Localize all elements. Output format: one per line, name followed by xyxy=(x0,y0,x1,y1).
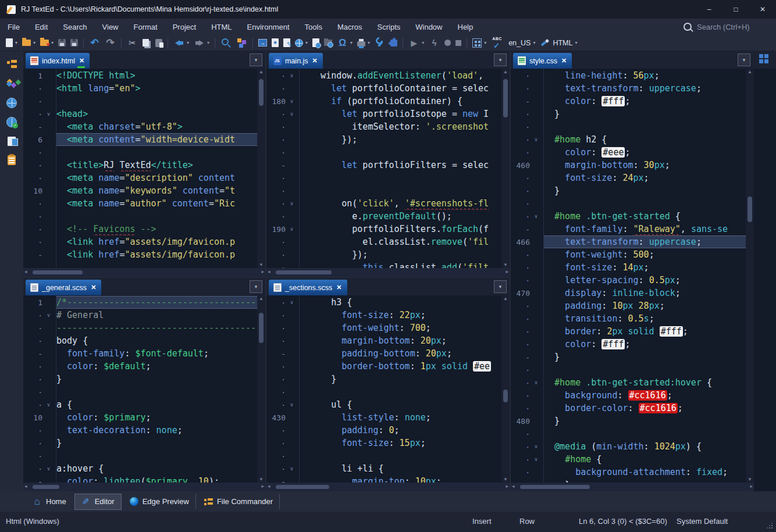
scroll-left-icon[interactable]: ◂ xyxy=(24,269,27,274)
menu-scripts[interactable]: Scripts xyxy=(370,20,408,34)
code-line[interactable]: itemSelector: '.screenshot xyxy=(300,120,510,133)
cut-button[interactable] xyxy=(125,36,140,50)
editor-general-scss[interactable]: 1·∨··-····∨10····∨- /*------------------… xyxy=(23,295,265,483)
syntax-select[interactable]: HTML▾ xyxy=(538,36,579,50)
code-line[interactable]: <meta charset="utf-8"> xyxy=(56,120,265,133)
code-line[interactable]: e.preventDefault(); xyxy=(300,210,510,223)
dropdown-caret-icon[interactable]: ▾ xyxy=(15,40,17,45)
search-button[interactable] xyxy=(219,36,233,50)
status-encoding[interactable]: System Default xyxy=(677,517,728,526)
code-line[interactable]: letter-spacing: 0.5px; xyxy=(544,274,754,287)
bottom-tab-home[interactable]: Home xyxy=(26,494,73,510)
navigate-forward-button[interactable]: ▾ xyxy=(192,36,211,50)
scrollbar-thumb[interactable] xyxy=(276,270,332,274)
language-select[interactable]: en_US▾ xyxy=(507,36,537,50)
code-line[interactable] xyxy=(56,210,265,223)
dropdown-caret-icon[interactable]: ▾ xyxy=(350,40,353,45)
menu-window[interactable]: Window xyxy=(408,20,450,34)
code-line[interactable]: font-size: 24px; xyxy=(544,172,754,184)
scroll-down-icon[interactable]: ▼ xyxy=(501,477,510,482)
code-line[interactable]: } xyxy=(56,373,265,385)
menu-search[interactable]: Search xyxy=(55,20,94,34)
scroll-left-icon[interactable]: ◂ xyxy=(268,483,270,489)
fold-arrow-icon[interactable]: ∨ xyxy=(530,137,542,142)
editor-sections-scss[interactable]: ·∨···-····∨430····∨- h3 { font-size: 22p… xyxy=(266,295,510,483)
paste-button[interactable] xyxy=(154,36,164,50)
code-line[interactable]: el.classList.remove('fil xyxy=(300,235,510,248)
code-line[interactable]: font-size: 22px; xyxy=(300,309,510,322)
fold-arrow-icon[interactable]: ∨ xyxy=(42,111,55,117)
code-line[interactable]: } xyxy=(544,479,754,483)
scroll-up-icon[interactable]: ▲ xyxy=(257,69,265,74)
bottom-tab-edge-preview[interactable]: Edge Preview xyxy=(123,494,196,509)
code-line[interactable]: display: inline-block; xyxy=(544,287,754,299)
code-line[interactable]: on('click', '#screenshots-fl xyxy=(300,197,510,210)
scrollbar-thumb[interactable] xyxy=(259,313,264,343)
code-line[interactable] xyxy=(300,184,510,197)
code-line[interactable]: list-style: none; xyxy=(300,411,510,424)
scrollbar-thumb[interactable] xyxy=(33,270,83,274)
code-line[interactable]: <meta name="description" content xyxy=(56,172,265,184)
scroll-right-icon[interactable]: ▸ xyxy=(506,483,508,489)
code-line[interactable]: <head> xyxy=(56,108,265,120)
tools-button[interactable] xyxy=(373,36,387,50)
code-line[interactable]: let portfolioFilters = selec xyxy=(300,159,510,172)
status-syntax-mode[interactable]: Html (Windows) xyxy=(6,517,59,526)
code-line[interactable]: color: lighten($primary, 10); xyxy=(56,475,265,483)
status-selection-mode[interactable]: Row xyxy=(519,517,535,526)
side-panel-button[interactable] xyxy=(257,36,269,50)
scrollbar-thumb[interactable] xyxy=(747,197,752,222)
tab-main-js[interactable]: main.js xyxy=(269,53,323,69)
code-line[interactable] xyxy=(300,385,510,398)
code-line[interactable]: <meta name="author" content="Ric xyxy=(56,197,265,210)
code-line[interactable]: } xyxy=(300,373,510,385)
code-line[interactable]: <meta content="width=device-widt xyxy=(56,133,265,146)
fold-arrow-icon[interactable]: ∨ xyxy=(530,213,542,219)
vertical-scrollbar[interactable]: ▲▼ xyxy=(746,69,754,483)
scroll-down-icon[interactable]: ▼ xyxy=(257,477,265,482)
vertical-scrollbar[interactable]: ▲▼ xyxy=(501,295,510,483)
code-line[interactable]: border-bottom: 1px solid #ee xyxy=(300,360,510,373)
close-icon[interactable] xyxy=(79,58,84,64)
tab-style-css[interactable]: style.css xyxy=(513,53,572,69)
horizontal-scrollbar[interactable]: ◂▸ xyxy=(266,268,510,277)
code-line[interactable]: text-decoration: none; xyxy=(56,424,265,437)
run-button[interactable]: ▾ xyxy=(407,36,426,50)
editor-style-css[interactable]: ··-···∨·460····∨-466···470····-··∨··480·… xyxy=(511,69,754,483)
minimize-button[interactable]: – xyxy=(696,0,722,19)
layout-button[interactable]: ▾ xyxy=(471,36,488,50)
code-line[interactable]: } xyxy=(56,437,265,449)
web-sync-button[interactable] xyxy=(0,112,23,131)
new-file-button[interactable]: ▾ xyxy=(4,36,19,50)
vertical-scrollbar[interactable]: ▲▼ xyxy=(501,69,510,268)
scroll-left-icon[interactable]: ◂ xyxy=(268,269,270,274)
code-line[interactable]: }); xyxy=(300,133,510,146)
scroll-down-icon[interactable]: ▼ xyxy=(257,262,265,267)
code-line[interactable] xyxy=(544,120,754,133)
scroll-left-icon[interactable]: ◂ xyxy=(512,483,515,489)
horizontal-scrollbar[interactable]: ◂▸ xyxy=(266,483,510,491)
code-line[interactable]: h3 { xyxy=(300,296,510,309)
code-line[interactable]: a { xyxy=(56,398,265,411)
code-line[interactable]: } xyxy=(544,351,754,363)
browser-preview-button[interactable]: ▾ xyxy=(293,36,309,50)
code-line[interactable]: padding: 0; xyxy=(300,424,510,437)
code-area[interactable]: /*--------------------------------------… xyxy=(56,295,265,483)
code-line[interactable] xyxy=(544,427,754,440)
tab-list-dropdown[interactable] xyxy=(250,53,262,66)
code-line[interactable]: color: #fff; xyxy=(544,95,754,108)
code-line[interactable] xyxy=(300,146,510,159)
code-line[interactable]: <title>RJ TextEd</title> xyxy=(56,159,265,172)
menu-edit[interactable]: Edit xyxy=(27,20,55,34)
close-button[interactable]: ✕ xyxy=(749,0,776,19)
code-line[interactable]: margin-top: 10px; xyxy=(300,475,510,483)
tab-list-dropdown[interactable] xyxy=(738,53,750,66)
clipboard-panel-button[interactable] xyxy=(0,151,23,170)
fold-arrow-icon[interactable]: ∨ xyxy=(286,299,298,305)
code-line[interactable]: <!-- Favicons --> xyxy=(56,223,265,235)
horizontal-scrollbar[interactable]: ◂▸ xyxy=(23,268,265,277)
code-line[interactable]: if (portfolioContainer) { xyxy=(300,95,510,108)
code-line[interactable] xyxy=(56,385,265,398)
menu-tools[interactable]: Tools xyxy=(297,20,330,34)
preview-document-button[interactable] xyxy=(311,36,321,50)
